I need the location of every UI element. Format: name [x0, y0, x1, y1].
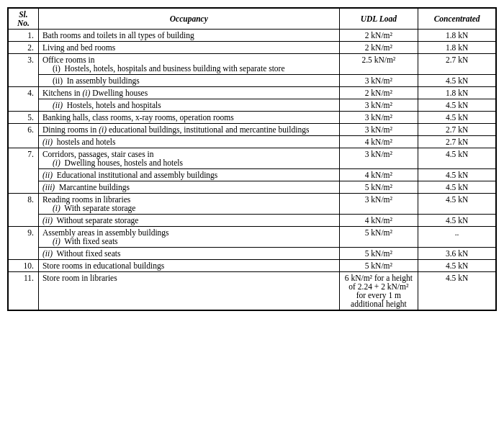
row-occupancy: Store room in libraries — [38, 272, 339, 310]
header-occupancy: Occupancy — [38, 9, 339, 30]
row-occupancy: (iii) Marcantine buildings — [38, 181, 339, 194]
table-row: 1. Bath rooms and toilets in all types o… — [9, 30, 496, 42]
row-conc: 4.5 kN — [418, 99, 496, 112]
row-conc: 4.5 kN — [418, 169, 496, 181]
row-occupancy: Banking halls, class rooms, x-ray rooms,… — [38, 112, 339, 124]
row-occupancy: Bath rooms and toilets in all types of b… — [38, 30, 339, 42]
row-occupancy: (ii) Without fixed seats — [38, 248, 339, 260]
row-sl: 6. — [9, 124, 39, 148]
table-row: 9. Assembly areas in assembly buildings … — [9, 227, 496, 248]
table-row: (ii) In assembly buildings 3 kN/m² 4.5 k… — [9, 75, 496, 87]
table-row: (ii) Without separate storage 4 kN/m² 4.… — [9, 215, 496, 227]
row-occupancy: (ii) Hostels, hotels and hospitals — [38, 99, 339, 112]
row-occupancy: Kitchens in (i) Dwelling houses — [38, 87, 339, 99]
row-occupancy: Corridors, passages, stair cases in (i) … — [38, 148, 339, 169]
row-conc: 2.7 kN — [418, 54, 496, 75]
row-udl: 5 kN/m² — [339, 227, 418, 248]
row-sl: 8. — [9, 194, 39, 227]
main-table-container: Sl. No. Occupancy UDL Load Concentrated … — [7, 7, 497, 311]
row-udl: 3 kN/m² — [339, 75, 418, 87]
header-concentrated: Concentrated — [418, 9, 496, 30]
row-udl: 5 kN/m² — [339, 260, 418, 272]
row-udl: 2.5 kN/m² — [339, 54, 418, 75]
table-row: 2. Living and bed rooms 2 kN/m² 1.8 kN — [9, 42, 496, 54]
row-udl: 4 kN/m² — [339, 215, 418, 227]
row-occupancy: Office rooms in (i) Hostels, hotels, hos… — [38, 54, 339, 75]
row-sl: 10. — [9, 260, 39, 272]
table-row: 4. Kitchens in (i) Dwelling houses 2 kN/… — [9, 87, 496, 99]
row-sl: 2. — [9, 42, 39, 54]
header-sl: Sl. No. — [9, 9, 39, 30]
row-conc: 1.8 kN — [418, 30, 496, 42]
row-conc: 4.5 kN — [418, 181, 496, 194]
row-occupancy: Assembly areas in assembly buildings (i)… — [38, 227, 339, 248]
row-sl: 7. — [9, 148, 39, 194]
table-row: (ii) hostels and hotels 4 kN/m² 2.7 kN — [9, 136, 496, 148]
row-conc: .. — [418, 227, 496, 248]
row-occupancy: (ii) Educational institutional and assem… — [38, 169, 339, 181]
table-row: 7. Corridors, passages, stair cases in (… — [9, 148, 496, 169]
row-udl: 5 kN/m² — [339, 248, 418, 260]
table-row: (ii) Educational institutional and assem… — [9, 169, 496, 181]
row-conc: 2.7 kN — [418, 136, 496, 148]
row-udl: 3 kN/m² — [339, 112, 418, 124]
row-sl: 1. — [9, 30, 39, 42]
row-conc: 4.5 kN — [418, 112, 496, 124]
row-occupancy: Dining rooms in (i) educational building… — [38, 124, 339, 136]
table-row: (iii) Marcantine buildings 5 kN/m² 4.5 k… — [9, 181, 496, 194]
row-udl: 4 kN/m² — [339, 169, 418, 181]
row-occupancy: Living and bed rooms — [38, 42, 339, 54]
row-conc: 1.8 kN — [418, 42, 496, 54]
row-sl: 5. — [9, 112, 39, 124]
row-udl: 5 kN/m² — [339, 181, 418, 194]
row-udl: 4 kN/m² — [339, 136, 418, 148]
row-conc: 3.6 kN — [418, 248, 496, 260]
row-conc: 1.8 kN — [418, 87, 496, 99]
row-occupancy: (ii) In assembly buildings — [38, 75, 339, 87]
row-conc: 4.5 kN — [418, 260, 496, 272]
row-sl: 3. — [9, 54, 39, 87]
row-udl: 3 kN/m² — [339, 99, 418, 112]
row-conc: 4.5 kN — [418, 194, 496, 215]
row-conc: 4.5 kN — [418, 215, 496, 227]
row-occupancy: Reading rooms in libraries (i) With sepa… — [38, 194, 339, 215]
table-row: 6. Dining rooms in (i) educational build… — [9, 124, 496, 136]
row-sl: 9. — [9, 227, 39, 260]
row-occupancy: (ii) Without separate storage — [38, 215, 339, 227]
row-occupancy: Store rooms in educational buildings — [38, 260, 339, 272]
row-udl: 3 kN/m² — [339, 148, 418, 169]
table-row: 10. Store rooms in educational buildings… — [9, 260, 496, 272]
table-row: (ii) Without fixed seats 5 kN/m² 3.6 kN — [9, 248, 496, 260]
row-conc: 4.5 kN — [418, 75, 496, 87]
row-conc: 4.5 kN — [418, 148, 496, 169]
row-udl: 6 kN/m² for a height of 2.24 + 2 kN/m² f… — [339, 272, 418, 310]
table-row: 5. Banking halls, class rooms, x-ray roo… — [9, 112, 496, 124]
table-row: 11. Store room in libraries 6 kN/m² for … — [9, 272, 496, 310]
row-udl: 2 kN/m² — [339, 87, 418, 99]
row-conc: 2.7 kN — [418, 124, 496, 136]
row-udl: 3 kN/m² — [339, 194, 418, 215]
header-udl: UDL Load — [339, 9, 418, 30]
table-row: 8. Reading rooms in libraries (i) With s… — [9, 194, 496, 215]
row-udl: 2 kN/m² — [339, 30, 418, 42]
row-sl: 11. — [9, 272, 39, 310]
row-conc: 4.5 kN — [418, 272, 496, 310]
row-sl: 4. — [9, 87, 39, 112]
row-occupancy: (ii) hostels and hotels — [38, 136, 339, 148]
row-udl: 3 kN/m² — [339, 124, 418, 136]
table-row: (ii) Hostels, hotels and hospitals 3 kN/… — [9, 99, 496, 112]
row-udl: 2 kN/m² — [339, 42, 418, 54]
occupancy-table: Sl. No. Occupancy UDL Load Concentrated … — [8, 8, 496, 310]
table-row: 3. Office rooms in (i) Hostels, hotels, … — [9, 54, 496, 75]
